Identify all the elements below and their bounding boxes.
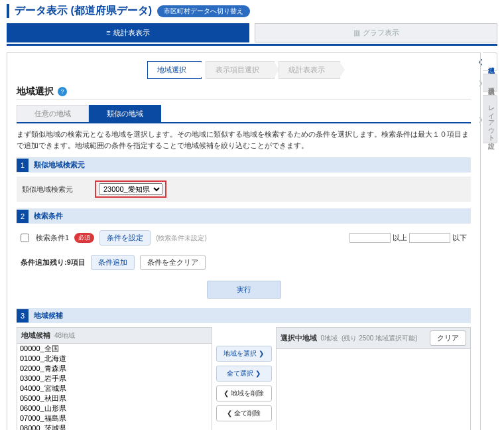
clear-selected-button[interactable]: クリア (430, 330, 466, 346)
tab-underline (7, 44, 497, 46)
block2-header: 2 検索条件 (17, 208, 471, 224)
step-item-select: 表示項目選択 (206, 61, 275, 79)
section-title: 地域選択 (17, 86, 54, 98)
main-tabs: 統計表表示 グラフ表示 (7, 23, 497, 42)
add-region-button[interactable]: 地域を選択 ❯ (216, 346, 272, 362)
subtab-similar-region[interactable]: 類似の地域 (89, 105, 161, 122)
source-region-row: 類似地域検索元 23000_愛知県 (17, 177, 471, 202)
candidate-list-count: 48地域 (54, 331, 75, 340)
switch-dataset-pill[interactable]: 市区町村データへ切り替え (157, 5, 250, 17)
add-all-regions-button[interactable]: 全て選択 ❯ (216, 366, 272, 382)
selected-list-note: (残り 2500 地域選択可能) (342, 334, 417, 343)
candidate-list[interactable]: 00000_全国01000_北海道02000_青森県03000_岩手県04000… (17, 344, 212, 430)
side-tab-items[interactable]: 表示項目選択❯ (483, 74, 497, 92)
step-region-select: 地域選択 (147, 61, 202, 79)
execute-button[interactable]: 実行 (207, 281, 281, 299)
condition-row-1: 検索条件1 必須 条件を設定 (検索条件未設定) 以上 以下 (17, 228, 471, 248)
source-region-select[interactable]: 23000_愛知県 (99, 183, 162, 195)
source-region-label: 類似地域検索元 (22, 184, 95, 194)
tab-chart-view[interactable]: グラフ表示 (255, 23, 497, 42)
condition-1-checkbox[interactable] (21, 234, 29, 242)
tab-table-view[interactable]: 統計表表示 (7, 23, 249, 42)
region-mode-tabs: 任意の地域 類似の地域 (17, 105, 471, 123)
page-title: データ表示 (都道府県データ) (15, 4, 152, 18)
candidate-list-panel: 地域候補 48地域 00000_全国01000_北海道02000_青森県0300… (17, 327, 212, 430)
range-le-label: 以下 (452, 233, 467, 243)
condition-1-label: 検索条件1 (36, 233, 69, 243)
block3-header: 3 地域候補 (17, 308, 471, 323)
description-text: まず類似地域の検索元となる地域を選択します。その地域に類似する地域を検索するため… (17, 129, 471, 151)
condition-remaining-row: 条件追加残り:9項目 条件追加 条件を全クリア (17, 253, 471, 277)
main-panel: 地域選択 表示項目選択 統計表表示 地域選択 ? 任意の地域 類似の地域 まず類… (7, 52, 481, 430)
page-title-bar: データ表示 (都道府県データ) 市区町村データへ切り替え (7, 4, 497, 18)
help-icon[interactable]: ? (58, 87, 67, 96)
subtab-arbitrary-region[interactable]: 任意の地域 (17, 105, 89, 122)
candidate-list-title: 地域候補 (21, 330, 50, 340)
step-indicator: 地域選択 表示項目選択 統計表表示 (17, 61, 471, 79)
required-badge: 必須 (74, 233, 94, 243)
selected-list-panel: 選択中地域 0地域 (残り 2500 地域選択可能) クリア (276, 327, 472, 430)
clear-all-conditions-button[interactable]: 条件を全クリア (140, 255, 206, 270)
source-region-highlight: 23000_愛知県 (95, 180, 166, 198)
remove-region-button[interactable]: ❮ 地域を削除 (216, 386, 272, 401)
add-condition-button[interactable]: 条件追加 (91, 255, 135, 270)
set-condition-button[interactable]: 条件を設定 (99, 230, 151, 246)
selected-list-title: 選択中地域 (281, 333, 317, 343)
condition-unset-note: (検索条件未設定) (156, 234, 207, 243)
transfer-buttons: 地域を選択 ❯ 全て選択 ❯ ❮ 地域を削除 ❮ 全て削除 (216, 327, 272, 430)
selected-list[interactable] (277, 349, 471, 430)
remove-all-regions-button[interactable]: ❮ 全て削除 (216, 405, 272, 421)
candidates-area: 地域候補 48地域 00000_全国01000_北海道02000_青森県0300… (17, 327, 471, 430)
range-max-input[interactable] (409, 233, 450, 243)
condition-remaining-label: 条件追加残り:9項目 (21, 257, 86, 267)
block1-header: 1 類似地域検索元 (17, 157, 471, 173)
side-tab-region[interactable]: 地域選択❮ (483, 52, 497, 71)
range-ge-label: 以上 (393, 233, 407, 243)
step-table-display: 統計表表示 (279, 61, 340, 79)
range-min-input[interactable] (349, 233, 391, 243)
side-tab-rail: 地域選択❮ 表示項目選択❯ レイアウト設定❯ (483, 52, 497, 430)
selected-list-count: 0地域 (321, 334, 338, 343)
side-tab-layout[interactable]: レイアウト設定❯ (483, 95, 497, 143)
